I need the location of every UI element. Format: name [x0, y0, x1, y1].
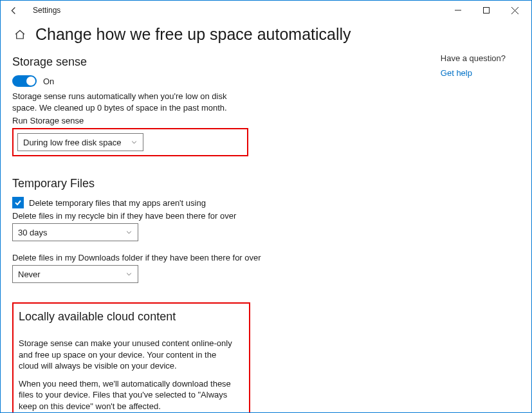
- run-storage-sense-dropdown[interactable]: During low free disk space: [17, 133, 143, 151]
- home-icon[interactable]: [14, 28, 26, 41]
- minimize-button[interactable]: [444, 1, 472, 20]
- run-storage-sense-label: Run Storage sense: [12, 116, 424, 125]
- maximize-button[interactable]: [472, 1, 500, 20]
- delete-temp-label: Delete temporary files that my apps aren…: [29, 198, 206, 208]
- recycle-bin-dropdown[interactable]: 30 days: [12, 223, 138, 241]
- close-button[interactable]: [500, 1, 529, 20]
- get-help-link[interactable]: Get help: [441, 68, 506, 78]
- recycle-bin-label: Delete files in my recycle bin if they h…: [12, 211, 424, 221]
- chevron-down-icon: [125, 271, 133, 278]
- page-title: Change how we free up space automaticall…: [35, 25, 351, 44]
- svg-rect-1: [484, 8, 490, 14]
- window-controls: [444, 1, 529, 20]
- window-title: Settings: [33, 6, 60, 15]
- page-header: Change how we free up space automaticall…: [1, 20, 531, 50]
- run-storage-sense-value: During low free disk space: [23, 138, 121, 147]
- delete-temp-checkbox[interactable]: [12, 197, 24, 208]
- cloud-desc-2: When you need them, we'll automatically …: [19, 378, 237, 412]
- storage-sense-toggle[interactable]: [12, 75, 37, 87]
- downloads-label: Delete files in my Downloads folder if t…: [12, 253, 424, 262]
- chevron-down-icon: [125, 229, 133, 236]
- temp-files-heading: Temporary Files: [12, 177, 424, 190]
- cloud-desc-1: Storage sense can make your unused conte…: [19, 338, 237, 372]
- chevron-down-icon: [131, 139, 138, 146]
- downloads-value: Never: [18, 270, 41, 279]
- storage-sense-toggle-label: On: [43, 77, 54, 86]
- titlebar: Settings: [1, 1, 531, 20]
- storage-sense-desc: Storage sense runs automatically when yo…: [12, 91, 244, 113]
- back-button[interactable]: [6, 6, 21, 15]
- help-question-label: Have a question?: [441, 53, 506, 63]
- cloud-heading: Locally available cloud content: [19, 310, 244, 324]
- storage-sense-heading: Storage sense: [12, 55, 424, 69]
- downloads-dropdown[interactable]: Never: [12, 265, 138, 283]
- help-pane: Have a question? Get help: [441, 53, 506, 78]
- recycle-bin-value: 30 days: [18, 228, 48, 237]
